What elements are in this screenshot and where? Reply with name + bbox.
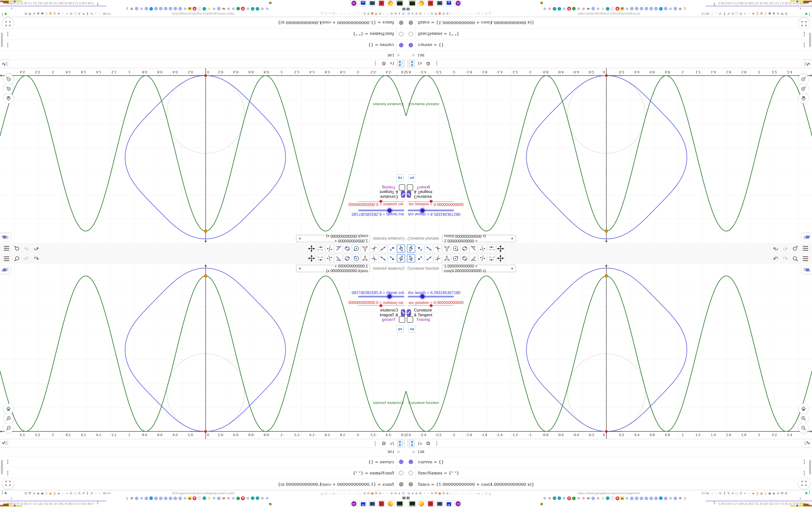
geogebra-green-favicon[interactable] xyxy=(236,496,240,500)
download-icon[interactable]: ↧ xyxy=(86,492,89,495)
gear-icon[interactable]: ⚙ xyxy=(69,492,73,495)
firefox-icon[interactable]: ◉ xyxy=(371,492,374,495)
google-favicon[interactable]: G xyxy=(596,496,600,500)
teal-site-favicon[interactable] xyxy=(255,496,260,500)
shield-dark-icon[interactable]: ◆ xyxy=(41,12,44,16)
style-bar-more-button[interactable] xyxy=(372,60,379,67)
edit-pen-icon[interactable]: ✎ xyxy=(82,12,85,16)
pin-bookmark-icon[interactable]: ⊙ xyxy=(407,12,410,16)
add-blue-icon[interactable]: + xyxy=(743,12,747,16)
geogebra-favicon[interactable] xyxy=(635,7,639,11)
radio-icon[interactable]: ◦ xyxy=(336,492,339,495)
tool-angle-button[interactable]: α xyxy=(334,254,343,263)
google-favicon[interactable]: G xyxy=(548,7,552,11)
arc-length-slider-handle[interactable] xyxy=(388,208,392,213)
overflow-menu-icon[interactable] xyxy=(2,491,3,494)
curvature-function-combobox[interactable]: 1.000000000000 + cos(4.000000000000 x) ▼ xyxy=(296,265,370,272)
radio-icon[interactable]: ○ xyxy=(340,12,343,16)
geogebra-favicon[interactable] xyxy=(591,496,595,500)
algebra-row-funcnames[interactable]: funcNames = {" "} xyxy=(406,29,812,40)
radio-icon[interactable]: ◦ xyxy=(473,12,476,16)
placeholder-icon[interactable]: ▢ xyxy=(359,12,362,16)
fullscreen-button[interactable] xyxy=(798,18,810,30)
geogebra-favicon[interactable] xyxy=(164,496,168,500)
algebra-panel-toggle[interactable] xyxy=(0,439,10,447)
geogebra-green-favicon[interactable] xyxy=(572,496,576,500)
taskbar-screenshot-tool-button[interactable] xyxy=(436,501,444,507)
teal-site-favicon[interactable] xyxy=(202,7,206,11)
taskbar-file-manager-button[interactable] xyxy=(396,0,404,6)
gear-icon[interactable]: ⚙ xyxy=(739,492,743,495)
algebra-row-funcs[interactable]: funcs = {1.000000000000 + cos(4.00000000… xyxy=(0,479,406,490)
menu-icon[interactable] xyxy=(4,246,9,250)
info-site-favicon[interactable]: i xyxy=(610,496,615,500)
image-site-favicon[interactable] xyxy=(188,7,192,11)
wikipedia-favicon[interactable]: W xyxy=(586,496,591,500)
taskbar-screenshot-tool-button[interactable] xyxy=(368,0,376,6)
radio-icon[interactable]: ○ xyxy=(340,492,343,495)
algebra-panel-toggle[interactable] xyxy=(802,60,812,68)
trash-2-icon[interactable]: ▯ xyxy=(45,12,48,16)
yandex-favicon[interactable]: Я xyxy=(567,7,571,11)
collapse-chevron-icon[interactable]: ∧ xyxy=(10,7,13,10)
geogebra-favicon[interactable] xyxy=(640,7,644,11)
geogebra-favicon[interactable] xyxy=(135,496,139,500)
down-shield-icon[interactable]: ↓ xyxy=(61,492,64,495)
taskbar-file-manager-button[interactable] xyxy=(408,0,416,6)
arc-length-slider[interactable] xyxy=(358,210,404,211)
image-site-favicon[interactable] xyxy=(188,496,192,500)
algebra-row-funcs[interactable]: funcs = {1.000000000000 + cos(4.00000000… xyxy=(406,17,812,28)
fullscreen-button[interactable] xyxy=(798,477,810,489)
google-favicon[interactable]: G xyxy=(246,7,250,11)
curvature-tangent-checkbox[interactable]: ✓ xyxy=(407,191,411,198)
geogebra-favicon[interactable] xyxy=(154,7,158,11)
geogebra-favicon[interactable] xyxy=(654,496,658,500)
arc-position-slider-handle[interactable] xyxy=(430,200,433,203)
reload-icon[interactable]: ↻ xyxy=(719,492,722,495)
graph-canvas[interactable]: -2.6-2.4-2.2-2-1.8-1.6-1.4-1.2-1-0.8-0.6… xyxy=(0,264,406,439)
home-button[interactable] xyxy=(3,93,13,103)
google-favicon[interactable]: G xyxy=(260,7,264,11)
radio-icon[interactable]: ◦ xyxy=(473,492,476,495)
tool-circle-button[interactable] xyxy=(452,254,460,263)
google-favicon[interactable]: G xyxy=(668,7,672,11)
shield-dark-icon[interactable]: ◆ xyxy=(41,492,44,495)
tool-move-view-button[interactable] xyxy=(307,254,316,263)
globe-icon[interactable]: ⊕ xyxy=(776,12,779,16)
trash-icon[interactable]: ▯ xyxy=(756,12,759,16)
graphics-panel-toggle[interactable] xyxy=(801,266,812,274)
translate-blue-icon[interactable]: A xyxy=(78,492,81,495)
yandex-favicon[interactable]: Я xyxy=(615,7,619,11)
graph-canvas[interactable]: -2.6-2.4-2.2-2-1.8-1.6-1.4-1.2-1-0.8-0.6… xyxy=(406,264,812,439)
shield-icon[interactable]: ◆ xyxy=(772,12,775,16)
zoom-out-button[interactable] xyxy=(3,74,13,84)
tools-icon[interactable]: ⚒ xyxy=(374,12,378,16)
graphics-view[interactable]: -2.6-2.4-2.2-2-1.8-1.6-1.4-1.2-1-0.8-0.6… xyxy=(0,264,406,439)
undo-button[interactable]: ↶ xyxy=(773,256,778,262)
radio-icon[interactable]: ◦ xyxy=(457,12,461,16)
overflow-menu-icon[interactable] xyxy=(809,491,810,494)
teal-site-favicon[interactable] xyxy=(251,7,255,11)
graph-canvas[interactable]: -2.6-2.4-2.2-2-1.8-1.6-1.4-1.2-1-0.8-0.6… xyxy=(0,68,406,243)
search-icon[interactable] xyxy=(792,256,799,262)
home-button[interactable] xyxy=(799,93,809,103)
collapse-chevron-icon[interactable]: ∧ xyxy=(10,497,13,500)
visibility-marble-blue[interactable] xyxy=(409,43,413,48)
tool-conic-button[interactable] xyxy=(343,244,351,253)
tool-move-view-button[interactable] xyxy=(496,244,505,253)
algebra-row-funcnames[interactable]: funcNames = {" "} xyxy=(0,467,406,478)
geogebra-favicon[interactable] xyxy=(168,7,172,11)
radio-icon[interactable]: ◦ xyxy=(344,492,347,495)
fx-button[interactable]: ƒx xyxy=(389,440,396,447)
google-favicon[interactable]: G xyxy=(543,496,547,500)
blue-site-favicon[interactable] xyxy=(149,7,153,11)
shield-icon[interactable]: ◆ xyxy=(37,492,40,495)
undo-button[interactable]: ↶ xyxy=(34,256,39,262)
geogebra-favicon[interactable] xyxy=(178,7,182,11)
globe-orange-icon[interactable]: ◉ xyxy=(49,12,52,16)
globe-icon[interactable]: ⊕ xyxy=(415,492,418,495)
curvature-function-combobox[interactable]: 1.000000000000 + cos(4.000000000000 x) ▼ xyxy=(296,235,370,242)
tool-point-button[interactable]: A xyxy=(416,244,424,253)
pin-bookmark-icon[interactable]: ⊙ xyxy=(402,12,405,16)
redo-button[interactable]: ↷ xyxy=(782,245,788,251)
